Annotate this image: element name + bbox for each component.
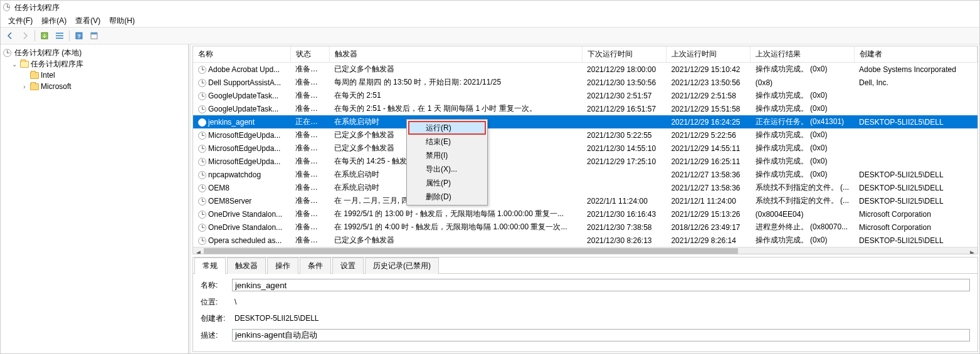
task-grid[interactable]: 名称 状态 触发器 下次运行时间 上次运行时间 上次运行结果 创建者 Adobe…: [192, 46, 978, 254]
menu-action[interactable]: 操作(A): [38, 15, 70, 27]
table-row[interactable]: Adobe Acrobat Upd...准备就绪已定义多个触发器2021/12/…: [193, 63, 977, 76]
ctx-end[interactable]: 结束(E): [408, 135, 486, 148]
menubar: 文件(F) 操作(A) 查看(V) 帮助(H): [1, 14, 979, 27]
table-row[interactable]: GoogleUpdateTask...准备就绪在每天的 2:512021/12/…: [193, 89, 977, 102]
clock-icon: [198, 171, 206, 179]
col-result[interactable]: 上次运行结果: [751, 46, 854, 63]
horizontal-scrollbar[interactable]: ◀ ▶: [193, 247, 977, 254]
table-row[interactable]: GoogleUpdateTask...准备就绪在每天的 2:51 - 触发后，在…: [193, 102, 977, 115]
clock-icon: [198, 158, 206, 166]
svg-rect-3: [56, 38, 63, 39]
tree-intel-label: Intel: [41, 71, 55, 80]
list-button[interactable]: [53, 29, 66, 43]
svg-rect-7: [91, 33, 97, 34]
titlebar: 任务计划程序: [1, 1, 979, 14]
table-row[interactable]: OneDrive Standalon...准备就绪在 1992/5/1 的 13…: [193, 207, 977, 221]
table-row[interactable]: OEM8Server准备就绪在 一月, 二月, 三月, 四 , 九月, 十月, …: [193, 194, 977, 207]
task-creator: DESKTOP-5LII2L5\DELL: [232, 313, 322, 324]
col-last[interactable]: 上次运行时间: [666, 46, 750, 63]
menu-file[interactable]: 文件(F): [4, 15, 36, 27]
grid-header: 名称 状态 触发器 下次运行时间 上次运行时间 上次运行结果 创建者: [193, 46, 977, 63]
tab-general[interactable]: 常规: [194, 258, 226, 274]
clock-icon: [198, 224, 206, 232]
col-creator[interactable]: 创建者: [854, 46, 977, 63]
tree-root-label: 任务计划程序 (本地): [14, 48, 82, 58]
tab-settings[interactable]: 设置: [332, 258, 364, 274]
col-name[interactable]: 名称: [193, 46, 290, 63]
table-row[interactable]: jenkins_agent正在运行在系统启动时2021/12/29 16:24:…: [193, 115, 977, 128]
expand-icon[interactable]: ›: [21, 83, 28, 90]
clock-icon: [198, 79, 206, 87]
context-menu: 运行(R) 结束(E) 禁用(I) 导出(X)... 属性(P) 删除(D): [406, 119, 488, 206]
table-row[interactable]: MicrosoftEdgeUpda...准备就绪在每天的 14:25 - 触发 …: [193, 155, 977, 168]
label-location: 位置:: [201, 297, 232, 308]
tree-root[interactable]: 任务计划程序 (本地): [2, 47, 187, 58]
detail-pane: 常规 触发器 操作 条件 设置 历史记录(已禁用) 名称: 位置: \: [192, 257, 978, 352]
clock-icon: [198, 92, 206, 100]
window-title: 任务计划程序: [14, 3, 60, 13]
separator: [69, 30, 70, 41]
label-creator: 创建者:: [201, 313, 232, 324]
scroll-left-icon[interactable]: ◀: [193, 247, 204, 255]
table-row[interactable]: MicrosoftEdgeUpda...准备就绪已定义多个触发器2021/12/…: [193, 142, 977, 155]
tree-pane[interactable]: 任务计划程序 (本地) ⌄ 任务计划程序库 Intel › Microsoft: [1, 44, 189, 353]
separator: [34, 30, 35, 41]
clock-icon: [198, 145, 206, 153]
table-row[interactable]: OEM8准备就绪在系统启动时2021/12/27 13:58:36系统找不到指定…: [193, 181, 977, 194]
tab-conditions[interactable]: 条件: [300, 258, 331, 274]
clock-icon: [198, 184, 206, 192]
clock-icon: [198, 105, 206, 113]
collapse-icon[interactable]: ⌄: [11, 61, 18, 68]
label-name: 名称:: [201, 280, 232, 291]
table-row[interactable]: MicrosoftEdgeUpda...准备就绪已定义多个触发器2021/12/…: [193, 128, 977, 142]
import-button[interactable]: [38, 29, 51, 43]
scroll-thumb[interactable]: [204, 248, 738, 255]
table-row[interactable]: OneDrive Standalon...准备就绪在 1992/5/1 的 4:…: [193, 221, 977, 234]
scroll-right-icon[interactable]: ▶: [967, 247, 977, 255]
svg-text:?: ?: [77, 33, 81, 39]
tab-triggers[interactable]: 触发器: [227, 258, 266, 274]
clock-icon: [198, 118, 206, 127]
col-trigger[interactable]: 触发器: [329, 46, 582, 63]
properties-button[interactable]: [87, 29, 101, 43]
tree-microsoft-label: Microsoft: [41, 82, 71, 91]
back-button[interactable]: [3, 29, 17, 43]
clock-icon: [198, 237, 206, 245]
ctx-run[interactable]: 运行(R): [408, 121, 486, 135]
folder-icon: [29, 70, 40, 80]
forward-button[interactable]: [18, 29, 32, 43]
clock-icon: [198, 197, 206, 206]
tree-microsoft[interactable]: › Microsoft: [2, 81, 187, 92]
app-icon: [3, 3, 12, 12]
task-location: \: [232, 296, 239, 308]
ctx-export[interactable]: 导出(X)...: [408, 162, 486, 176]
clock-icon: [3, 48, 13, 58]
help-button[interactable]: ?: [72, 29, 86, 43]
table-row[interactable]: Dell SupportAssistA...准备就绪每周的 星期四 的 13:5…: [193, 76, 977, 89]
toolbar: ?: [1, 27, 979, 44]
tab-actions[interactable]: 操作: [267, 258, 298, 274]
table-row[interactable]: npcapwatchdog准备就绪在系统启动时2021/12/27 13:58:…: [193, 168, 977, 181]
folder-icon: [19, 59, 29, 69]
svg-rect-1: [56, 33, 63, 34]
col-status[interactable]: 状态: [290, 46, 329, 63]
label-description: 描述:: [201, 330, 232, 341]
clock-icon: [198, 211, 206, 219]
menu-help[interactable]: 帮助(H): [105, 15, 139, 27]
ctx-disable[interactable]: 禁用(I): [408, 148, 486, 162]
ctx-properties[interactable]: 属性(P): [408, 176, 486, 190]
tab-history[interactable]: 历史记录(已禁用): [365, 258, 439, 274]
task-name-field[interactable]: [232, 279, 970, 291]
clock-icon: [198, 66, 206, 74]
folder-icon: [29, 81, 40, 91]
col-next[interactable]: 下次运行时间: [582, 46, 666, 63]
table-row[interactable]: Opera scheduled as...准备就绪已定义多个触发器2021/12…: [193, 234, 977, 247]
svg-rect-2: [56, 35, 63, 36]
task-description-field[interactable]: [232, 329, 970, 341]
menu-view[interactable]: 查看(V): [71, 15, 104, 27]
tree-library[interactable]: ⌄ 任务计划程序库: [2, 58, 187, 70]
tree-intel[interactable]: Intel: [2, 70, 187, 81]
ctx-delete[interactable]: 删除(D): [408, 190, 486, 204]
tree-library-label: 任务计划程序库: [31, 59, 83, 70]
clock-icon: [198, 132, 206, 140]
